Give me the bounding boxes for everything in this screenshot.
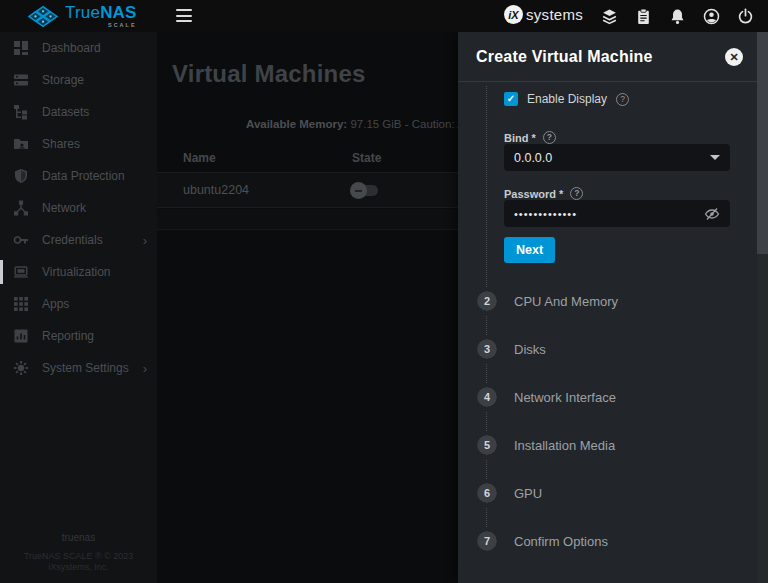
apps-grid-icon <box>13 296 29 312</box>
wizard-step-installation-media[interactable]: 5 Installation Media <box>477 435 615 455</box>
sidebar-item-storage[interactable]: Storage <box>0 64 157 96</box>
bind-field-label: Bind * ? <box>504 131 556 144</box>
wizard-step-cpu-memory[interactable]: 2 CPU And Memory <box>477 291 618 311</box>
enable-display-label: Enable Display <box>527 92 607 106</box>
key-icon <box>13 232 29 248</box>
step-number: 4 <box>477 387 497 407</box>
help-icon[interactable]: ? <box>616 93 629 106</box>
password-value: ••••••••••••• <box>514 208 704 220</box>
sidebar-item-network[interactable]: Network <box>0 192 157 224</box>
network-icon <box>13 200 29 216</box>
sidebar-item-credentials[interactable]: Credentials › <box>0 224 157 256</box>
sidebar-item-system-settings[interactable]: System Settings › <box>0 352 157 384</box>
sidebar-item-reporting[interactable]: Reporting <box>0 320 157 352</box>
sidebar-nav: Dashboard Storage Datasets Shares Data P… <box>0 32 157 583</box>
panel-scrollbar[interactable] <box>757 32 768 583</box>
sidebar-item-datasets[interactable]: Datasets <box>0 96 157 128</box>
help-icon[interactable]: ? <box>570 187 583 200</box>
copyright-label: TrueNAS SCALE ® © 2023 iXsystems, Inc. <box>0 551 157 573</box>
close-icon[interactable]: ✕ <box>725 48 743 66</box>
bind-select-value: 0.0.0.0 <box>514 151 710 165</box>
stepper-connector-line <box>486 86 487 541</box>
ixsystems-logo: iX systems <box>504 5 583 24</box>
panel-header: Create Virtual Machine ✕ <box>458 32 768 82</box>
available-memory-note: Available Memory: 97.15 GiB - Caution: A… <box>246 118 458 130</box>
storage-icon <box>13 72 29 88</box>
menu-hamburger-icon[interactable] <box>176 9 192 22</box>
truecommand-icon[interactable] <box>601 8 618 25</box>
bind-select[interactable]: 0.0.0.0 <box>504 144 730 171</box>
truenas-logo-icon <box>28 4 58 28</box>
enable-display-checkbox[interactable]: ✓ <box>504 92 518 106</box>
chevron-down-icon <box>710 155 720 160</box>
step-number: 3 <box>477 339 497 359</box>
help-icon[interactable]: ? <box>543 131 556 144</box>
password-input[interactable]: ••••••••••••• <box>504 200 730 227</box>
sidebar-item-apps[interactable]: Apps <box>0 288 157 320</box>
datasets-icon <box>13 104 29 120</box>
sidebar-item-virtualization[interactable]: Virtualization <box>0 256 157 288</box>
password-field-label: Password * ? <box>504 187 583 200</box>
jobs-clipboard-icon[interactable] <box>635 8 652 25</box>
brand-text: TrueNAS <box>65 3 137 22</box>
power-icon[interactable] <box>737 8 754 25</box>
shield-icon <box>13 168 29 184</box>
vm-state-toggle[interactable] <box>350 184 380 197</box>
brand-subtext: SCALE <box>65 22 137 28</box>
virtualization-icon <box>13 264 29 280</box>
panel-title: Create Virtual Machine <box>476 48 653 66</box>
scrollbar-thumb[interactable] <box>757 32 768 254</box>
table-row[interactable]: ubuntu2204 <box>157 172 458 208</box>
truenas-screen: TrueNAS SCALE iX systems <box>0 0 768 583</box>
ix-logo-text: systems <box>526 6 583 23</box>
page-title: Virtual Machines <box>172 60 366 88</box>
wizard-step-disks[interactable]: 3 Disks <box>477 339 546 359</box>
create-vm-panel: Create Virtual Machine ✕ ✓ Enable Displa… <box>458 32 768 583</box>
shares-folder-icon <box>13 136 29 152</box>
toggle-knob-stop-icon <box>350 182 367 199</box>
chevron-right-icon: › <box>143 361 147 376</box>
sidebar-item-shares[interactable]: Shares <box>0 128 157 160</box>
reporting-chart-icon <box>13 328 29 344</box>
chevron-right-icon: › <box>143 233 147 248</box>
account-user-icon[interactable] <box>703 8 720 25</box>
gear-icon <box>13 360 29 376</box>
main-content: Virtual Machines Available Memory: 97.15… <box>157 32 458 583</box>
wizard-step-confirm-options[interactable]: 7 Confirm Options <box>477 531 608 551</box>
wizard-step-network-interface[interactable]: 4 Network Interface <box>477 387 616 407</box>
table-footer-strip <box>157 209 458 230</box>
sidebar-item-data-protection[interactable]: Data Protection <box>0 160 157 192</box>
top-header: TrueNAS SCALE iX systems <box>0 0 768 32</box>
step-number: 6 <box>477 483 497 503</box>
step-number: 5 <box>477 435 497 455</box>
alerts-bell-icon[interactable] <box>669 8 686 25</box>
wizard-step-gpu[interactable]: 6 GPU <box>477 483 542 503</box>
table-header-name: Name <box>183 151 216 165</box>
visibility-off-eye-icon[interactable] <box>704 206 720 222</box>
step-number: 7 <box>477 531 497 551</box>
dashboard-icon <box>13 40 29 56</box>
next-button[interactable]: Next <box>504 237 555 263</box>
table-header-state: State <box>352 151 381 165</box>
sidebar-item-dashboard[interactable]: Dashboard <box>0 32 157 64</box>
hostname-label: truenas <box>0 532 157 543</box>
ix-logo-icon: iX <box>504 5 523 24</box>
truenas-logo[interactable]: TrueNAS SCALE <box>28 3 137 28</box>
enable-display-row: ✓ Enable Display ? <box>504 92 629 106</box>
vm-name-cell: ubuntu2204 <box>183 183 249 197</box>
step-number: 2 <box>477 291 497 311</box>
